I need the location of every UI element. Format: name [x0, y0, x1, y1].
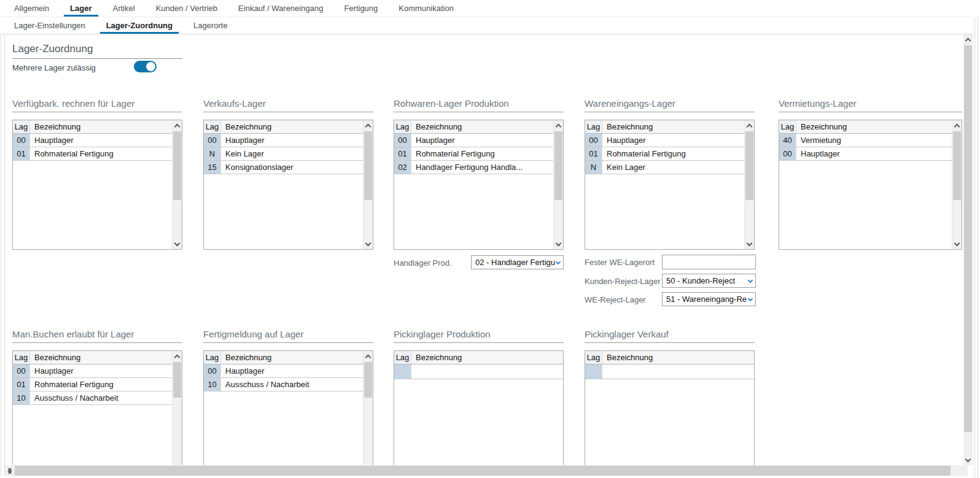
table-scrollbar[interactable] — [172, 351, 182, 465]
scroll-down-button[interactable] — [364, 239, 373, 249]
subtab-lager-zuordnung[interactable]: Lager-Zuordnung — [96, 17, 183, 34]
panel-verkaufs-lager: Verkaufs-Lager Lag Bezeichnung 00 Hauptl… — [203, 98, 373, 250]
chevron-down-icon — [556, 259, 561, 264]
table-row[interactable]: 10 Ausschuss / Nacharbeit — [13, 391, 172, 405]
chevron-up-icon — [174, 124, 181, 130]
table-row[interactable]: 10 Ausschuss / Nacharbeit — [204, 378, 363, 391]
page-horizontal-scrollbar[interactable] — [5, 465, 968, 476]
scroll-down-button[interactable] — [173, 239, 182, 249]
scroll-up-button[interactable] — [364, 351, 373, 361]
chevron-up-icon — [954, 124, 960, 130]
table-row[interactable]: 02 Handlager Fertigung Handla... — [394, 161, 553, 174]
table-row[interactable]: 00 Hauptlager — [13, 134, 172, 147]
table-row-empty[interactable] — [394, 364, 563, 379]
column-header-lag: Lag — [585, 120, 602, 133]
table-scrollbar[interactable] — [744, 120, 754, 249]
scrollbar-thumb[interactable] — [953, 131, 961, 200]
table-row[interactable]: 00 Hauptlager — [779, 147, 952, 161]
tab-artikel[interactable]: Artikel — [103, 0, 146, 17]
table-header: Lag Bezeichnung — [13, 120, 172, 134]
panel-pickinglager-produktion: Pickinglager Produktion Lag Bezeichnung — [394, 329, 564, 465]
table-scrollbar[interactable] — [363, 120, 373, 249]
scrollbar-thumb[interactable] — [173, 362, 181, 398]
primary-tab-bar: Allgemein Lager Artikel Kunden / Vertrie… — [4, 0, 464, 17]
table-row[interactable]: 01 Rohmaterial Fertigung — [585, 147, 744, 161]
table-row[interactable]: 00 Hauptlager — [204, 364, 363, 378]
scroll-down-button[interactable] — [963, 455, 973, 465]
tab-fertigung[interactable]: Fertigung — [333, 0, 388, 17]
tab-kunden-vertrieb[interactable]: Kunden / Vertrieb — [146, 0, 228, 17]
tab-allgemein[interactable]: Allgemein — [4, 0, 60, 17]
table-row[interactable]: 40 Vermietung — [779, 134, 952, 147]
column-header-bezeichnung: Bezeichnung — [221, 351, 363, 364]
scroll-down-button[interactable] — [554, 239, 563, 249]
chevron-down-icon — [748, 296, 753, 301]
left-edge-line — [4, 34, 5, 476]
subtab-lagerorte[interactable]: Lagerorte — [183, 17, 238, 34]
column-header-lag: Lag — [204, 351, 221, 364]
tab-lager[interactable]: Lager — [60, 0, 102, 17]
scroll-down-button[interactable] — [952, 239, 962, 249]
scrollbar-thumb[interactable] — [364, 131, 372, 200]
lager-table: Lag Bezeichnung 00 Hauptlager 01 Rohmate… — [394, 120, 564, 250]
column-header-lag: Lag — [779, 120, 796, 133]
panel-title: Rohwaren-Lager Produktion — [394, 98, 564, 112]
table-row[interactable]: 00 Hauptlager — [585, 134, 744, 147]
scroll-right-button[interactable] — [5, 465, 15, 476]
tab-einkauf-wareneingang[interactable]: Einkauf / Wareneingang — [228, 0, 333, 17]
chevron-down-icon — [747, 241, 753, 247]
table-row[interactable]: 01 Rohmaterial Fertigung — [394, 147, 553, 161]
scroll-up-button[interactable] — [173, 351, 182, 361]
table-row[interactable]: 01 Rohmaterial Fertigung — [13, 378, 172, 391]
scrollbar-thumb[interactable] — [745, 131, 753, 200]
scroll-up-button[interactable] — [554, 120, 563, 131]
fester-we-lagerort-input[interactable] — [662, 255, 756, 269]
chevron-down-icon — [965, 457, 971, 463]
column-header-bezeichnung: Bezeichnung — [411, 120, 553, 133]
table-header: Lag Bezeichnung — [204, 351, 363, 364]
panel-verfuegbark-rechnen: Verfügbark. rechnen für Lager Lag Bezeic… — [12, 98, 182, 250]
scroll-up-button[interactable] — [745, 120, 754, 131]
we-reject-lager-label: WE-Reject-Lager — [585, 295, 646, 304]
page-vertical-scrollbar[interactable] — [963, 34, 973, 465]
scrollbar-thumb[interactable] — [554, 131, 562, 200]
column-header-bezeichnung: Bezeichnung — [796, 120, 952, 133]
scrollbar-thumb[interactable] — [364, 362, 372, 398]
scroll-up-button[interactable] — [952, 120, 962, 131]
table-row[interactable]: 15 Konsignationslager — [204, 161, 363, 174]
right-edge-line — [978, 17, 978, 478]
scrollbar-thumb[interactable] — [964, 45, 972, 432]
table-row[interactable]: 00 Hauptlager — [13, 364, 172, 378]
scrollbar-thumb[interactable] — [173, 131, 181, 200]
table-row[interactable]: 00 Hauptlager — [394, 134, 553, 147]
table-row[interactable]: 01 Rohmaterial Fertigung — [13, 147, 172, 161]
column-header-lag: Lag — [204, 120, 221, 133]
table-scrollbar[interactable] — [952, 120, 962, 249]
scroll-up-button[interactable] — [364, 120, 373, 131]
table-row[interactable]: N Kein Lager — [585, 161, 744, 174]
scroll-down-button[interactable] — [745, 239, 754, 249]
mehrere-lager-toggle[interactable] — [134, 61, 157, 72]
kunden-reject-lager-select[interactable]: 50 - Kunden-Reject — [662, 274, 756, 288]
scrollbar-thumb[interactable] — [15, 466, 951, 476]
table-scrollbar[interactable] — [363, 351, 373, 465]
lager-table: Lag Bezeichnung 00 Hauptlager 01 Rohmate… — [12, 120, 182, 250]
table-scrollbar[interactable] — [553, 120, 563, 249]
table-scrollbar[interactable] — [172, 120, 182, 249]
scroll-up-button[interactable] — [173, 120, 182, 131]
we-reject-lager-select[interactable]: 51 - Wareneingang-Re — [662, 292, 756, 306]
panel-title: Vermietungs-Lager — [779, 98, 962, 112]
tab-kommunikation[interactable]: Kommunikation — [388, 0, 464, 17]
subtab-lager-einstellungen[interactable]: Lager-Einstellungen — [4, 17, 96, 34]
handlager-prod-select[interactable]: 02 - Handlager Fertigu — [471, 255, 564, 269]
table-row[interactable]: 00 Hauptlager — [204, 134, 363, 147]
column-header-bezeichnung: Bezeichnung — [411, 351, 563, 364]
scroll-up-button[interactable] — [963, 34, 973, 45]
column-header-lag: Lag — [394, 351, 411, 364]
page-title: Lager-Zuordnung — [12, 43, 182, 59]
table-header: Lag Bezeichnung — [585, 351, 754, 364]
table-row[interactable]: N Kein Lager — [204, 147, 363, 161]
column-header-bezeichnung: Bezeichnung — [30, 351, 172, 364]
table-row-empty[interactable] — [585, 364, 754, 379]
secondary-tab-bar: Lager-Einstellungen Lager-Zuordnung Lage… — [4, 17, 238, 34]
